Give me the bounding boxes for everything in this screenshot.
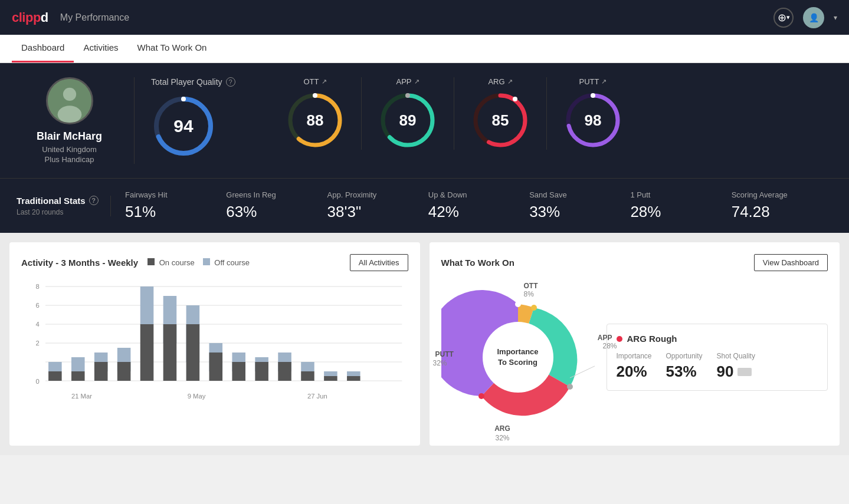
- score-item-ott: OTT ↗ 88: [269, 77, 362, 150]
- detail-card-title: ARG Rough: [617, 334, 818, 344]
- all-activities-button[interactable]: All Activities: [350, 254, 408, 271]
- svg-rect-37: [140, 286, 154, 324]
- stats-help-icon[interactable]: ?: [89, 196, 99, 205]
- shot-quality-metric: Shot Quality 90: [717, 352, 755, 381]
- svg-text:2: 2: [35, 340, 39, 347]
- svg-rect-52: [301, 371, 314, 381]
- arg-value: 85: [492, 111, 509, 130]
- stats-sub-label: Last 20 rounds: [17, 208, 99, 216]
- arg-trend-icon: ↗: [507, 78, 513, 85]
- stat-scoring: Scoring Average 74.28: [732, 190, 832, 221]
- donut-chart-container: ImportanceTo Scoring OTT 8% APP 28% ARG …: [441, 281, 595, 434]
- score-item-arg: ARG ↗ 85: [454, 77, 547, 150]
- tpq-section: Total Player Quality ? 94: [151, 77, 269, 159]
- svg-rect-56: [347, 376, 360, 381]
- chevron-down-icon-avatar: ▾: [834, 14, 837, 22]
- avatar-icon: 👤: [809, 13, 819, 22]
- header-right: ⊕ ▾ 👤 ▾: [773, 7, 837, 28]
- importance-metric: Importance 20%: [617, 352, 652, 381]
- svg-rect-54: [324, 376, 337, 381]
- svg-point-63: [567, 384, 573, 390]
- svg-text:8: 8: [35, 283, 39, 290]
- chevron-down-icon: ▾: [786, 14, 790, 21]
- svg-point-2: [57, 106, 81, 123]
- red-dot-icon: [617, 336, 622, 342]
- stats-values: Fairways Hit 51% Greens In Reg 63% App. …: [111, 190, 832, 221]
- ott-value: 88: [307, 111, 324, 130]
- stat-proximity: App. Proximity 38'3": [327, 190, 428, 221]
- ott-trend-icon: ↗: [322, 78, 327, 85]
- tpq-circle: 94: [151, 94, 216, 159]
- svg-point-64: [478, 393, 484, 399]
- svg-text:9 May: 9 May: [188, 393, 206, 400]
- bottom-panels: Activity - 3 Months - Weekly On course O…: [0, 233, 849, 455]
- svg-rect-36: [117, 362, 131, 381]
- chart-legend: On course Off course: [147, 258, 250, 267]
- add-button[interactable]: ⊕ ▾: [773, 8, 794, 28]
- putt-donut-label: PUTT: [435, 350, 454, 358]
- stat-fairways: Fairways Hit 51%: [125, 190, 226, 221]
- logo: clippd: [12, 10, 48, 25]
- putt-circle: 98: [563, 91, 622, 150]
- putt-label: PUTT ↗: [579, 77, 607, 86]
- svg-rect-44: [209, 353, 223, 381]
- activity-panel: Activity - 3 Months - Weekly On course O…: [9, 242, 420, 446]
- app-circle: 89: [378, 91, 437, 150]
- ott-donut-pct: 8%: [524, 290, 534, 298]
- ott-label: OTT ↗: [304, 77, 327, 86]
- svg-rect-55: [347, 371, 360, 376]
- svg-rect-34: [94, 362, 108, 381]
- arg-circle: 85: [471, 91, 530, 150]
- putt-value: 98: [585, 111, 602, 130]
- stat-sandsave: Sand Save 33%: [529, 190, 630, 221]
- user-avatar-button[interactable]: 👤: [803, 7, 824, 28]
- donut-center-text: ImportanceTo Scoring: [497, 347, 538, 368]
- stat-updown: Up & Down 42%: [428, 190, 529, 221]
- app-label: APP ↗: [396, 77, 419, 86]
- tab-activities[interactable]: Activities: [74, 34, 127, 62]
- off-course-legend-dot: [203, 258, 210, 265]
- activity-chart-area: 8 6 4 2 0: [21, 281, 408, 410]
- app-value: 89: [399, 111, 417, 130]
- ott-circle: 88: [286, 91, 345, 150]
- svg-point-8: [313, 93, 317, 98]
- tpq-help-icon[interactable]: ?: [226, 77, 235, 87]
- svg-rect-29: [48, 362, 62, 371]
- detail-card: ARG Rough Importance 20% Opportunity 53%…: [607, 324, 828, 391]
- svg-point-1: [63, 88, 76, 101]
- on-course-legend-dot: [147, 258, 155, 265]
- tab-dashboard[interactable]: Dashboard: [12, 34, 74, 62]
- nav-tabs: Dashboard Activities What To Work On: [0, 35, 849, 63]
- detail-metrics: Importance 20% Opportunity 53% Shot Qual…: [617, 352, 818, 381]
- header-left: clippd My Performance: [12, 10, 129, 25]
- stat-oneputt: 1 Putt 28%: [630, 190, 731, 221]
- wtwo-header: What To Work On View Dashboard: [441, 254, 828, 271]
- player-country: United Kingdom: [42, 145, 97, 154]
- svg-rect-38: [140, 324, 154, 381]
- arg-donut-pct: 32%: [495, 434, 509, 442]
- score-item-putt: PUTT ↗ 98: [547, 77, 639, 150]
- view-dashboard-button[interactable]: View Dashboard: [754, 254, 828, 271]
- tab-what-to-work-on[interactable]: What To Work On: [128, 34, 217, 62]
- svg-point-17: [591, 93, 595, 98]
- putt-donut-pct: 32%: [433, 359, 447, 367]
- shot-quality-bar: [737, 368, 752, 376]
- hero-section: Blair McHarg United Kingdom Plus Handica…: [0, 63, 849, 178]
- svg-rect-48: [255, 362, 268, 381]
- header: clippd My Performance ⊕ ▾ 👤 ▾: [0, 0, 849, 35]
- putt-trend-icon: ↗: [601, 78, 607, 85]
- svg-rect-51: [301, 362, 314, 371]
- score-circles: OTT ↗ 88 APP: [269, 77, 832, 150]
- tpq-value: 94: [173, 116, 193, 136]
- svg-text:21 Mar: 21 Mar: [71, 393, 92, 400]
- traditional-stats-label: Traditional Stats ?: [17, 196, 99, 206]
- player-avatar: [46, 77, 93, 124]
- svg-point-11: [405, 93, 410, 98]
- svg-point-62: [531, 305, 537, 311]
- plus-icon: ⊕: [778, 11, 786, 24]
- stats-bar: Traditional Stats ? Last 20 rounds Fairw…: [0, 178, 849, 233]
- wtwo-panel: What To Work On View Dashboard: [430, 242, 840, 446]
- svg-text:4: 4: [35, 321, 39, 328]
- svg-text:6: 6: [35, 302, 39, 309]
- score-item-app: APP ↗ 89: [362, 77, 454, 150]
